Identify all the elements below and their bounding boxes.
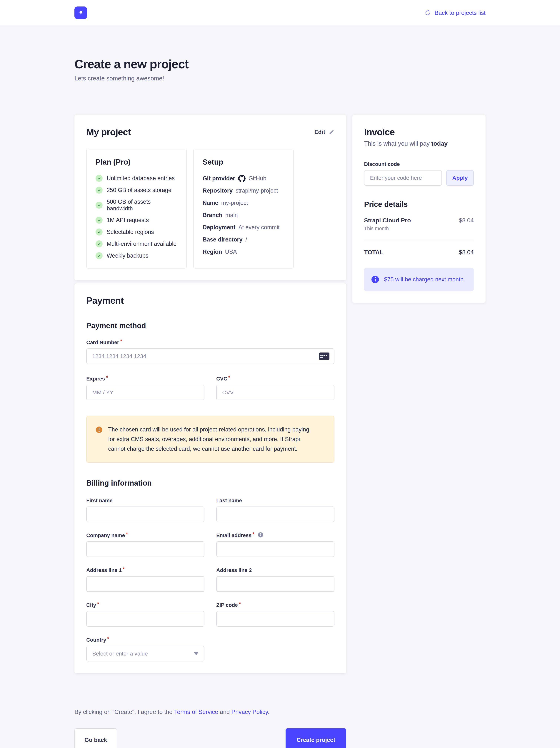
total-label: TOTAL	[364, 249, 383, 256]
next-month-charge-text: $75 will be charged next month.	[384, 276, 465, 283]
info-icon	[371, 275, 379, 284]
setup-box: Setup Git provider GitHub Repository s	[193, 149, 294, 268]
check-icon	[96, 217, 103, 224]
plan-feature-label: Selectable regions	[107, 229, 154, 235]
plan-feature: Unlimited database entries	[96, 175, 177, 182]
price-item-name: Strapi Cloud Pro	[364, 217, 411, 224]
card-usage-warning-text: The chosen card will be used for all pro…	[108, 425, 317, 454]
address-line2-field: Address line 2	[216, 567, 335, 592]
plan-box-title: Plan (Pro)	[96, 158, 177, 166]
address-line2-input[interactable]	[216, 576, 335, 592]
payment-title: Payment	[86, 295, 335, 306]
country-field: Country * Select or enter a value	[86, 637, 204, 661]
plan-feature: 500 GB of assets bandwidth	[96, 198, 177, 212]
email-address-input[interactable]	[216, 541, 335, 557]
cvc-field: CVC *	[216, 376, 335, 400]
plan-feature-label: 1M API requests	[107, 217, 149, 224]
zip-code-label: ZIP code	[216, 602, 238, 608]
setup-row-repository: Repository strapi/my-project	[202, 187, 285, 194]
required-mark: *	[126, 531, 128, 537]
address-line2-label: Address line 2	[216, 567, 252, 573]
address-line1-input[interactable]	[86, 576, 204, 592]
privacy-policy-link[interactable]: Privacy Policy.	[231, 708, 269, 715]
github-icon	[238, 175, 246, 182]
setup-row-deployment: Deployment At every commit	[202, 224, 285, 231]
setup-row-git-provider: Git provider GitHub	[202, 175, 285, 182]
check-icon	[96, 252, 103, 259]
rotate-arrow-icon	[425, 10, 431, 16]
plan-feature-label: 250 GB of assets storage	[107, 187, 171, 193]
check-icon	[96, 229, 103, 236]
discount-code-label: Discount code	[364, 161, 400, 167]
page-subtitle: Lets create something awesome!	[74, 75, 486, 82]
top-navigation-bar: Back to projects list	[0, 0, 560, 26]
edit-project-button[interactable]: Edit	[314, 129, 335, 136]
plan-feature: 250 GB of assets storage	[96, 187, 177, 194]
setup-row-name: Name my-project	[202, 199, 285, 207]
plan-feature: Weekly backups	[96, 252, 177, 259]
expires-input[interactable]	[86, 385, 204, 400]
billing-information-title: Billing information	[86, 479, 335, 487]
go-back-button[interactable]: Go back	[74, 728, 117, 748]
next-month-charge-banner: $75 will be charged next month.	[364, 268, 474, 291]
terms-of-service-link[interactable]: Terms of Service	[174, 708, 218, 715]
plan-feature: Multi-environment available	[96, 240, 177, 248]
cvc-label: CVC	[216, 376, 227, 382]
price-details-title: Price details	[364, 200, 474, 209]
required-mark: *	[252, 531, 254, 537]
payment-method-title: Payment method	[86, 322, 335, 330]
check-icon	[96, 240, 103, 248]
plan-box: Plan (Pro) Unlimited database entries 25…	[86, 149, 187, 268]
card-number-input[interactable]	[86, 348, 335, 364]
country-select-placeholder: Select or enter a value	[92, 651, 148, 657]
required-mark: *	[97, 601, 99, 607]
pencil-icon	[329, 130, 335, 135]
city-input[interactable]	[86, 611, 204, 627]
check-icon	[96, 175, 103, 182]
card-number-field: Card Number *	[86, 340, 335, 364]
card-usage-warning-banner: The chosen card will be used for all pro…	[86, 416, 335, 463]
required-mark: *	[120, 338, 122, 344]
check-icon	[96, 202, 103, 209]
plan-feature-label: Weekly backups	[107, 252, 148, 259]
page-title: Create a new project	[74, 57, 486, 71]
payment-card: Payment Payment method Card Number *	[74, 283, 346, 673]
total-amount: $8.04	[459, 249, 474, 256]
total-row: TOTAL $8.04	[364, 249, 474, 256]
invoice-subtitle: This is what you will pay today	[364, 140, 474, 147]
warning-icon	[96, 426, 103, 433]
cvc-input[interactable]	[216, 385, 335, 400]
chevron-down-icon	[194, 652, 198, 655]
last-name-input[interactable]	[216, 507, 335, 522]
country-label: Country	[86, 637, 106, 643]
zip-code-input[interactable]	[216, 611, 335, 627]
email-info-icon[interactable]	[258, 532, 263, 538]
credit-card-icon	[319, 352, 330, 360]
discount-code-input[interactable]	[364, 170, 442, 186]
card-number-label: Card Number	[86, 340, 119, 346]
address-line1-field: Address line 1 *	[86, 567, 204, 592]
plan-feature-label: Unlimited database entries	[107, 175, 175, 182]
project-summary-card: My project Edit Plan (Pro)	[74, 115, 346, 280]
plan-feature-list: Unlimited database entries 250 GB of ass…	[96, 175, 177, 259]
apply-discount-button[interactable]: Apply	[446, 170, 474, 186]
first-name-input[interactable]	[86, 507, 204, 522]
setup-row-branch: Branch main	[202, 211, 285, 219]
price-item-amount: $8.04	[459, 217, 474, 224]
invoice-card: Invoice This is what you will pay today …	[352, 115, 486, 303]
country-select[interactable]: Select or enter a value	[86, 646, 204, 661]
invoice-title: Invoice	[364, 127, 474, 138]
company-name-input[interactable]	[86, 541, 204, 557]
required-mark: *	[106, 375, 108, 380]
address-line1-label: Address line 1	[86, 567, 122, 573]
create-project-button[interactable]: Create project	[286, 728, 346, 748]
edit-label: Edit	[314, 129, 325, 136]
plan-feature: 1M API requests	[96, 217, 177, 224]
company-name-field: Company name *	[86, 533, 204, 557]
back-to-projects-link[interactable]: Back to projects list	[425, 9, 486, 16]
last-name-label: Last name	[216, 498, 242, 504]
required-mark: *	[123, 566, 125, 572]
check-icon	[96, 187, 103, 194]
company-name-label: Company name	[86, 533, 125, 538]
plan-feature-label: Multi-environment available	[107, 240, 176, 247]
